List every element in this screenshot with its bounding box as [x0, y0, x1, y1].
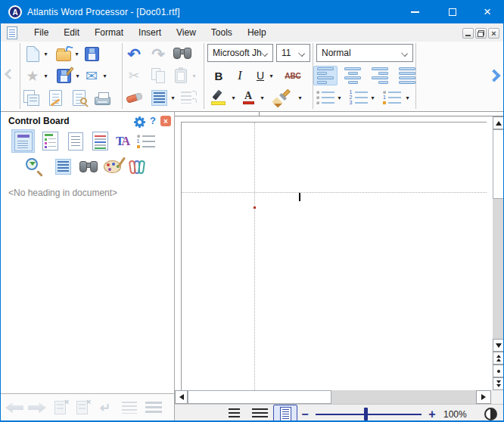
style-combo[interactable]: Normal: [316, 44, 413, 62]
menu-help[interactable]: Help: [241, 25, 272, 40]
cb-headings-tab[interactable]: [11, 129, 35, 153]
font-color-button[interactable]: A: [238, 88, 258, 107]
bold-button[interactable]: B: [210, 66, 228, 85]
new-document-dropdown[interactable]: ▾: [42, 44, 50, 64]
underline-button[interactable]: U: [252, 66, 269, 85]
cb-clipboard-tool[interactable]: [126, 155, 149, 178]
horizontal-scrollbar[interactable]: [175, 390, 491, 404]
font-size-combo[interactable]: 11: [276, 44, 310, 62]
scroll-left-button[interactable]: [175, 390, 188, 404]
menu-file[interactable]: File: [28, 25, 54, 40]
document-options-button[interactable]: [45, 88, 65, 107]
save-button[interactable]: [82, 44, 101, 64]
draft-view-button[interactable]: [223, 406, 244, 422]
eraser-button[interactable]: [124, 88, 144, 107]
scroll-up-button[interactable]: [493, 116, 504, 129]
undo-button[interactable]: ↶: [124, 44, 144, 64]
highlight-button[interactable]: [210, 88, 229, 107]
nav-previous-item-button[interactable]: [119, 398, 140, 417]
format-painter-button[interactable]: [269, 88, 294, 107]
open-button[interactable]: [54, 44, 73, 64]
scroll-right-button[interactable]: [476, 390, 491, 404]
email-dropdown[interactable]: ▾: [101, 66, 109, 85]
zoom-out-button[interactable]: −: [297, 405, 313, 422]
cb-styles-tab[interactable]: [89, 129, 112, 153]
toolbar-scroll-right-button[interactable]: [485, 63, 503, 88]
cb-fonts-tab[interactable]: TA: [111, 129, 135, 153]
font-name-combo[interactable]: Microsoft Jh: [207, 44, 273, 62]
app-logo-icon[interactable]: A: [8, 5, 22, 19]
copy-button[interactable]: [148, 66, 168, 85]
bullet-list-button[interactable]: [315, 88, 335, 107]
nav-return-button[interactable]: ↵: [95, 398, 116, 417]
numbered-list-button[interactable]: 123: [348, 88, 369, 107]
document-properties-button[interactable]: [21, 88, 41, 107]
sort-button[interactable]: [179, 88, 199, 107]
numbered-list-dropdown[interactable]: ▾: [369, 88, 377, 107]
favorites-dropdown[interactable]: ▾: [42, 66, 50, 85]
cb-zoom-tool[interactable]: [23, 155, 46, 178]
underline-dropdown[interactable]: ▾: [267, 66, 275, 85]
settings-gear-icon[interactable]: [134, 116, 145, 128]
email-button[interactable]: ✉: [82, 66, 101, 85]
bullet-list-dropdown[interactable]: ▾: [335, 88, 344, 107]
font-color-dropdown[interactable]: ▾: [258, 88, 266, 107]
open-dropdown[interactable]: ▾: [73, 44, 81, 64]
format-painter-dropdown[interactable]: ▾: [296, 88, 304, 107]
cb-paragraph-tool[interactable]: [51, 155, 75, 178]
horizontal-scroll-thumb[interactable]: [188, 390, 331, 404]
zoom-value[interactable]: 100%: [443, 405, 467, 422]
cut-button[interactable]: ✂: [124, 66, 144, 85]
menu-edit[interactable]: Edit: [58, 25, 86, 40]
help-icon[interactable]: ?: [150, 115, 156, 126]
scroll-down-button[interactable]: [493, 339, 504, 352]
save-as-dropdown[interactable]: ▾: [73, 66, 82, 85]
page-layout-view-button[interactable]: [273, 405, 297, 422]
cb-document-tab[interactable]: [64, 129, 87, 153]
next-page-button[interactable]: [493, 377, 504, 390]
menu-insert[interactable]: Insert: [132, 25, 167, 40]
paste-dropdown[interactable]: ▾: [190, 66, 198, 85]
toolbar-scroll-left-button[interactable]: [2, 64, 17, 84]
contrast-toggle-icon[interactable]: [484, 408, 497, 420]
multilevel-list-dropdown[interactable]: ▾: [403, 88, 412, 107]
mdi-close-button[interactable]: ×: [488, 28, 499, 39]
multilevel-list-button[interactable]: 1: [381, 88, 403, 107]
new-document-button[interactable]: [23, 44, 42, 64]
minimize-button[interactable]: [398, 1, 432, 23]
zoom-in-button[interactable]: +: [425, 405, 440, 422]
cb-lists-tab[interactable]: 1: [134, 129, 157, 153]
select-browse-object-button[interactable]: [493, 365, 504, 377]
nav-remove-marker-button[interactable]: ×: [49, 398, 70, 417]
previous-page-button[interactable]: [493, 352, 504, 365]
nav-remove-all-button[interactable]: ×: [71, 398, 92, 417]
cb-bookmarks-tab[interactable]: [39, 129, 62, 153]
select-dropdown[interactable]: ▾: [169, 88, 177, 107]
menu-view[interactable]: View: [170, 25, 202, 40]
nav-next-item-button[interactable]: [143, 398, 164, 417]
document-page[interactable]: [181, 122, 487, 390]
nav-back-button[interactable]: [4, 398, 25, 417]
align-right-button[interactable]: [368, 66, 392, 85]
cb-colors-tool[interactable]: [101, 155, 124, 178]
strikethrough-button[interactable]: ABC: [278, 66, 308, 85]
paste-button[interactable]: [171, 66, 191, 85]
redo-button[interactable]: ↷: [148, 44, 168, 64]
print-button[interactable]: [92, 88, 112, 107]
web-view-button[interactable]: [249, 406, 270, 422]
zoom-slider-track[interactable]: [316, 414, 422, 415]
align-left-button[interactable]: [313, 66, 338, 85]
favorites-button[interactable]: ★: [23, 66, 42, 85]
italic-button[interactable]: I: [231, 66, 249, 85]
align-center-button[interactable]: [341, 66, 365, 85]
vertical-scroll-thumb[interactable]: [493, 129, 504, 199]
select-button[interactable]: [149, 88, 169, 107]
save-as-button[interactable]: [54, 66, 73, 85]
highlight-dropdown[interactable]: ▾: [229, 88, 238, 107]
control-board-close-button[interactable]: ×: [160, 116, 171, 126]
mdi-restore-button[interactable]: [475, 28, 487, 39]
close-button[interactable]: ×: [470, 1, 504, 23]
cb-find-tool[interactable]: [76, 155, 100, 178]
menu-tools[interactable]: Tools: [205, 25, 238, 40]
nav-forward-button[interactable]: [26, 398, 48, 417]
